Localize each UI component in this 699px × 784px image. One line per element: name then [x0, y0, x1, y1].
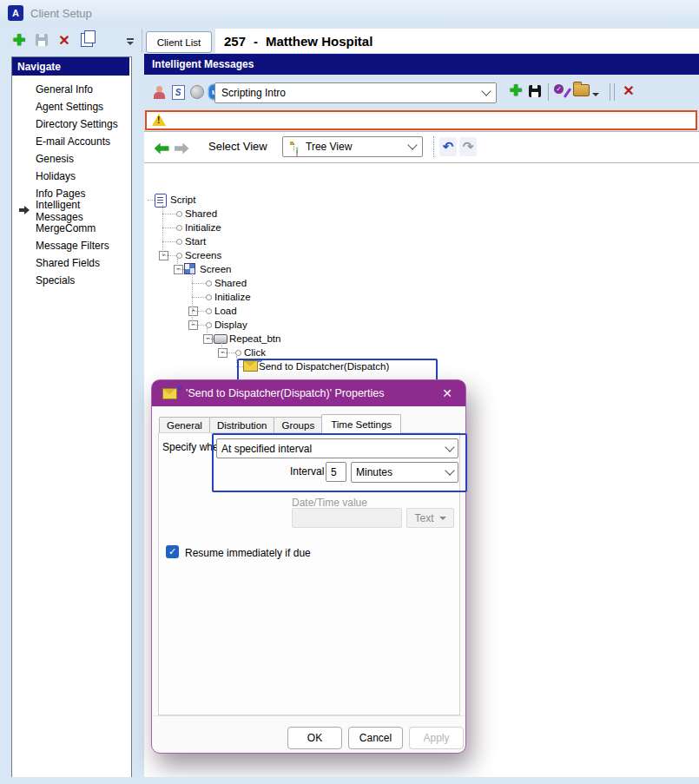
tree-item-initialize[interactable]: Initialize	[185, 221, 221, 234]
separator	[614, 83, 615, 101]
sidebar-item-label: Directory Settings	[36, 118, 118, 130]
chevron-down-icon	[407, 140, 417, 149]
script-select-combo[interactable]: Scripting Intro	[214, 82, 497, 103]
tree-item-label: Screens	[185, 250, 221, 260]
save-client-button[interactable]	[33, 31, 50, 49]
sidebar-item-label: Genesis	[36, 153, 74, 165]
sidebar-item-label: Message Filters	[36, 240, 109, 252]
tree-item-label: Shared	[185, 208, 217, 219]
redo-button[interactable]: ↷	[459, 137, 477, 156]
tree-node-icon	[206, 308, 212, 314]
intelligent-messages-header: Intelligent Messages	[144, 54, 699, 75]
tree-node-icon	[206, 280, 212, 287]
window-titlebar: A Client Setup	[0, 0, 699, 26]
back-arrow-icon	[155, 143, 169, 155]
window-title: Client Setup	[30, 7, 92, 20]
tree-item-click[interactable]: Click	[244, 346, 266, 359]
undo-button[interactable]: ↶	[439, 137, 457, 156]
tree-item-label: Click	[244, 347, 266, 358]
sidebar-item-e-mail-accounts[interactable]: E-mail Accounts	[12, 133, 129, 150]
sidebar-item-label: MergeComm	[36, 222, 96, 234]
dialog-tab-general[interactable]: General	[159, 417, 210, 433]
tree-item-start[interactable]: Start	[185, 234, 206, 248]
sidebar-item-holidays[interactable]: Holidays	[12, 168, 129, 185]
properties-dialog: 'Send to Dispatcher(Dispatch)' Propertie…	[151, 379, 466, 754]
tree-item-initialize[interactable]: Initialize	[214, 290, 251, 304]
tree-item-screens[interactable]: Screens	[185, 248, 221, 262]
script-doc-button[interactable]: S	[169, 83, 187, 101]
tree-item-load[interactable]: Load	[214, 304, 237, 318]
tree-node-icon	[206, 294, 212, 300]
dropdown-triangle-icon	[592, 93, 599, 96]
separator	[433, 136, 434, 157]
view-select-combo[interactable]: Tree View	[282, 136, 423, 157]
sidebar-item-mergecomm[interactable]: MergeComm	[12, 220, 129, 237]
sidebar-item-directory-settings[interactable]: Directory Settings	[12, 115, 129, 133]
tree-connector	[162, 227, 176, 228]
sidebar-item-specials[interactable]: Specials	[12, 272, 129, 289]
tree-item-display[interactable]: Display	[214, 318, 247, 332]
save-script-button[interactable]	[526, 82, 544, 100]
copy-client-button[interactable]	[78, 31, 96, 49]
resume-checkbox[interactable]: ✓	[166, 545, 179, 558]
overflow-icon	[126, 36, 135, 49]
save-icon	[529, 85, 541, 97]
separator	[548, 83, 549, 101]
open-script-button[interactable]	[572, 80, 590, 97]
toolbar-overflow-button[interactable]	[122, 34, 139, 51]
tree-connector	[192, 283, 206, 284]
client-name: Matthew Hospital	[266, 34, 373, 49]
text-type-button: Text	[406, 508, 454, 528]
datetime-label: Date/Time value	[292, 497, 367, 509]
delete-client-button[interactable]: ✕	[56, 31, 73, 49]
tree-item-label: Shared	[214, 278, 247, 288]
tree-item-label: Script	[170, 194, 195, 205]
tree-node-icon	[176, 211, 182, 217]
warning-bar	[145, 110, 697, 130]
tree-item-repeat-btn[interactable]: Repeat_btn	[229, 332, 280, 346]
dialog-tab-time-settings[interactable]: Time Settings	[321, 414, 401, 433]
tree-item-shared[interactable]: Shared	[214, 276, 247, 290]
cancel-button[interactable]: Cancel	[348, 727, 403, 749]
sidebar-item-label: General Info	[36, 83, 93, 96]
apply-button: Apply	[409, 727, 464, 749]
nav-back-button[interactable]	[153, 140, 170, 157]
validate-script-button[interactable]	[553, 82, 570, 100]
delete-icon: ✕	[58, 32, 69, 49]
agent-button[interactable]	[150, 83, 168, 101]
sidebar-item-general-info[interactable]: General Info	[12, 81, 129, 98]
sidebar-item-intelligent-messages[interactable]: Intelligent Messages	[12, 202, 129, 220]
tree-item-screen[interactable]: Screen	[200, 262, 231, 276]
resume-label: Resume immediately if due	[185, 547, 311, 559]
open-script-dropdown[interactable]	[591, 86, 600, 103]
tree-item-label: Start	[185, 236, 206, 247]
add-client-button[interactable]: ✚	[10, 31, 28, 49]
sidebar-item-agent-settings[interactable]: Agent Settings	[12, 98, 129, 115]
folder-icon	[573, 84, 590, 96]
delete-icon: ✕	[623, 82, 634, 99]
sidebar-item-label: Agent Settings	[36, 101, 103, 113]
tree-connector	[162, 214, 176, 214]
add-script-button[interactable]: ✚	[507, 82, 524, 99]
plus-icon: ✚	[13, 31, 25, 49]
sidebar-item-shared-fields[interactable]: Shared Fields	[12, 254, 129, 272]
tree-connector	[192, 311, 206, 312]
tree-connector	[162, 255, 176, 256]
globe-icon	[190, 85, 204, 99]
close-icon[interactable]: ✕	[439, 385, 455, 401]
dialog-tab-groups[interactable]: Groups	[274, 417, 322, 433]
globe-button[interactable]	[188, 83, 206, 101]
tree-connector	[162, 205, 163, 255]
client-list-button[interactable]: Client List	[146, 31, 212, 53]
tree-node-icon	[206, 322, 212, 328]
dialog-tab-distribution[interactable]: Distribution	[209, 417, 275, 433]
view-combo-value: Tree View	[306, 141, 352, 153]
sidebar-item-genesis[interactable]: Genesis	[12, 150, 129, 168]
nav-forward-button[interactable]	[173, 140, 190, 157]
delete-script-button[interactable]: ✕	[620, 82, 637, 99]
dialog-titlebar[interactable]: 'Send to Dispatcher(Dispatch)' Propertie…	[152, 380, 465, 406]
sidebar-item-message-filters[interactable]: Message Filters	[12, 237, 129, 254]
tree-item-shared[interactable]: Shared	[185, 207, 217, 221]
ok-button[interactable]: OK	[287, 727, 342, 749]
tree-item-script[interactable]: Script	[170, 193, 195, 207]
